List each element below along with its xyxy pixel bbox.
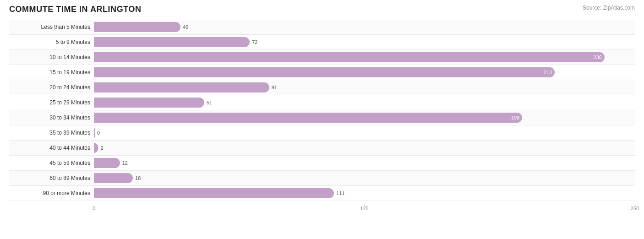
bar-label: 15 to 19 Minutes [9, 69, 94, 76]
x-axis-tick: 0 [93, 204, 95, 211]
bar-track: 72 [94, 37, 635, 47]
bar-track: 40 [94, 22, 635, 32]
bar-fill [94, 158, 120, 168]
bar-value-outside-label: 40 [180, 24, 188, 30]
bar-fill: 213 [94, 67, 555, 77]
bar-track: 0 [94, 128, 635, 138]
bar-fill [94, 188, 334, 198]
bar-fill [94, 37, 250, 47]
bar-track: 236 [94, 52, 635, 62]
bar-row: 40 to 44 Minutes2 [9, 141, 635, 156]
bar-value-outside-label: 0 [95, 130, 100, 136]
bar-track: 81 [94, 82, 635, 92]
bar-row: 10 to 14 Minutes236 [9, 50, 635, 65]
bar-label: 10 to 14 Minutes [9, 54, 94, 60]
bar-track: 18 [94, 173, 635, 183]
bar-value-outside-label: 111 [334, 190, 344, 196]
bar-label: 25 to 29 Minutes [9, 99, 94, 106]
bar-label: 45 to 59 Minutes [9, 160, 94, 166]
bar-row: 35 to 39 Minutes0 [9, 125, 635, 141]
bar-value-label: 198 [511, 115, 522, 120]
bar-row: Less than 5 Minutes40 [9, 20, 635, 35]
bar-track: 51 [94, 98, 635, 108]
bar-row: 25 to 29 Minutes51 [9, 95, 635, 110]
bar-fill: 198 [94, 113, 522, 123]
x-axis: 0125250 [94, 201, 635, 210]
chart-header: COMMUTE TIME IN ARLINGTON Source: ZipAtl… [9, 5, 635, 14]
bar-value-outside-label: 18 [133, 175, 141, 181]
chart-title: COMMUTE TIME IN ARLINGTON [9, 5, 141, 14]
bar-track: 111 [94, 188, 635, 198]
bar-value-label: 213 [544, 70, 555, 75]
bar-label: 40 to 44 Minutes [9, 145, 94, 151]
chart-area: Less than 5 Minutes405 to 9 Minutes7210 … [9, 20, 635, 201]
bar-fill [94, 82, 269, 92]
bar-value-outside-label: 12 [120, 160, 128, 166]
bar-label: 30 to 34 Minutes [9, 114, 94, 121]
bar-fill [94, 98, 204, 108]
bar-label: Less than 5 Minutes [9, 24, 94, 30]
bar-label: 90 or more Minutes [9, 190, 94, 196]
bar-label: 60 to 89 Minutes [9, 175, 94, 181]
chart-source: Source: ZipAtlas.com [583, 5, 635, 11]
bar-value-outside-label: 81 [269, 85, 277, 90]
bar-value-outside-label: 72 [250, 39, 257, 45]
bar-track: 213 [94, 67, 635, 77]
bar-row: 60 to 89 Minutes18 [9, 171, 635, 186]
bar-label: 5 to 9 Minutes [9, 39, 94, 45]
bar-row: 15 to 19 Minutes213 [9, 65, 635, 80]
bar-label: 35 to 39 Minutes [9, 130, 94, 136]
bar-label: 20 to 24 Minutes [9, 84, 94, 91]
bar-row: 20 to 24 Minutes81 [9, 80, 635, 95]
bar-row: 5 to 9 Minutes72 [9, 35, 635, 50]
bar-track: 12 [94, 158, 635, 168]
bar-fill: 236 [94, 52, 605, 62]
bar-fill [94, 22, 180, 32]
bar-fill [94, 173, 133, 183]
x-axis-tick: 250 [631, 204, 639, 211]
bar-track: 198 [94, 113, 635, 123]
x-axis-tick: 125 [360, 204, 368, 211]
bar-value-outside-label: 51 [204, 100, 212, 105]
bar-row: 30 to 34 Minutes198 [9, 110, 635, 125]
bar-row: 90 or more Minutes111 [9, 186, 635, 201]
bar-fill [94, 128, 95, 138]
bar-track: 2 [94, 143, 635, 153]
bar-value-label: 236 [594, 54, 605, 60]
bar-fill [94, 143, 98, 153]
bar-row: 45 to 59 Minutes12 [9, 156, 635, 171]
bar-value-outside-label: 2 [98, 145, 103, 151]
